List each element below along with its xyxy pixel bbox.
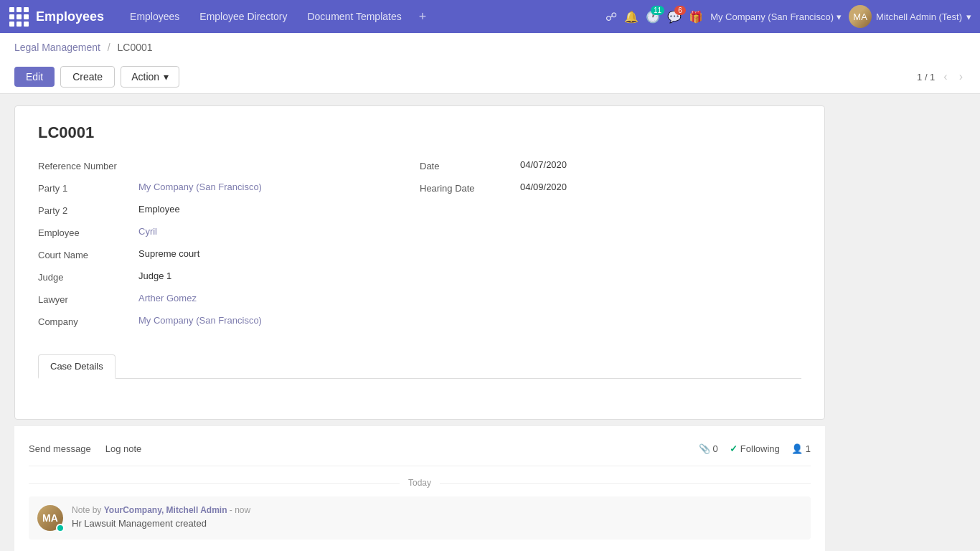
message-body: Note by YourCompany, Mitchell Admin - no… [72,505,802,531]
chatter: Send message Log note 📎 0 ✓ Following 👤 … [14,425,825,551]
log-note-button[interactable]: Log note [105,441,142,457]
app-title: Employees [36,9,104,24]
top-menu: Employees Employee Directory Document Te… [121,6,606,27]
clock-icon[interactable]: 🕐 11 [646,10,660,24]
message-text: Hr Lawsuit Management created [72,518,802,529]
action-button[interactable]: Action ▾ [121,66,179,88]
tab-case-details[interactable]: Case Details [38,354,116,379]
today-divider: Today [29,478,811,488]
clock-badge: 11 [651,6,664,15]
field-label-company: Company [38,315,138,327]
avatar: MA [849,5,872,28]
message-avatar: MA [37,505,63,531]
breadcrumb-current: LC0001 [118,42,153,53]
check-icon: ✓ [730,443,738,454]
field-employee: Employee Cyril [38,226,391,238]
toolbar: Edit Create Action ▾ 1 / 1 ‹ › [14,60,966,93]
create-button[interactable]: Create [60,66,115,88]
field-reference-number: Reference Number [38,159,391,171]
field-court-name: Court Name Supreme court [38,248,391,260]
paperclip-icon: 📎 [699,443,710,454]
prev-page-button[interactable]: ‹ [941,69,950,85]
field-date: Date 04/07/2020 [420,159,773,171]
follower-icon: 👤 [791,443,803,454]
company-selector[interactable]: My Company (San Francisco) ▾ [710,11,842,22]
action-dropdown-icon: ▾ [164,71,169,83]
field-value-hearing-date: 04/09/2020 [520,182,567,192]
bell-icon[interactable]: 🔔 [624,10,639,24]
field-label-date: Date [420,159,520,171]
main-content: LC0001 Reference Number Party 1 My Compa… [0,94,980,551]
pagination: 1 / 1 ‹ › [917,69,966,85]
top-navbar: Employees Employees Employee Directory D… [0,0,980,33]
fields-grid: Reference Number Party 1 My Company (San… [38,159,801,337]
field-value-date: 04/07/2020 [520,159,567,170]
user-menu[interactable]: MA Mitchell Admin (Test) ▾ [849,5,971,28]
breadcrumb-bar: Legal Management / LC0001 Edit Create Ac… [0,33,980,94]
send-message-button[interactable]: Send message [29,441,91,457]
tabs-bar: Case Details [38,354,801,379]
field-value-party1[interactable]: My Company (San Francisco) [138,182,262,192]
field-label-party2: Party 2 [38,204,138,216]
field-party1: Party 1 My Company (San Francisco) [38,182,391,194]
field-lawyer: Lawyer Arther Gomez [38,293,391,305]
chatter-right: 📎 0 ✓ Following 👤 1 [699,443,811,454]
apps-menu-icon[interactable] [9,6,29,27]
message-time: now [235,505,250,515]
field-company: Company My Company (San Francisco) [38,315,391,327]
follower-count: 👤 1 [791,443,811,454]
menu-employees[interactable]: Employees [121,6,188,27]
field-value-court-name: Supreme court [138,248,199,259]
menu-employee-directory[interactable]: Employee Directory [191,6,296,27]
chat-badge: 6 [674,6,686,15]
field-value-company[interactable]: My Company (San Francisco) [138,315,262,326]
fields-right: Date 04/07/2020 Hearing Date 04/09/2020 [420,159,801,337]
field-label-party1: Party 1 [38,182,138,194]
add-menu-icon[interactable]: + [413,6,433,27]
breadcrumb-separator: / [108,42,110,53]
field-label-hearing-date: Hearing Date [420,182,520,194]
breadcrumb-parent[interactable]: Legal Management [14,42,100,53]
fields-left: Reference Number Party 1 My Company (San… [38,159,420,337]
record-card: LC0001 Reference Number Party 1 My Compa… [14,105,825,420]
field-label-employee: Employee [38,226,138,238]
next-page-button[interactable]: › [956,69,966,85]
field-label-lawyer: Lawyer [38,293,138,305]
field-value-judge: Judge 1 [138,270,171,281]
field-value-employee[interactable]: Cyril [138,226,157,237]
record-title: LC0001 [38,123,801,142]
field-hearing-date: Hearing Date 04/09/2020 [420,182,773,194]
avatar-online-badge [56,524,65,532]
chatter-actions: Send message Log note 📎 0 ✓ Following 👤 … [29,441,811,466]
field-label-judge: Judge [38,270,138,283]
chat-icon[interactable]: 💬 6 [667,10,682,24]
message-item: MA Note by YourCompany, Mitchell Admin -… [29,496,811,540]
field-value-party2: Employee [138,204,180,215]
field-label-court-name: Court Name [38,248,138,260]
field-party2: Party 2 Employee [38,204,391,216]
field-label-reference-number: Reference Number [38,159,138,171]
message-author[interactable]: YourCompany, Mitchell Admin [104,505,227,515]
message-meta: Note by YourCompany, Mitchell Admin - no… [72,505,802,515]
star-icon[interactable]: ☍ [606,10,617,24]
topnav-right-actions: ☍ 🔔 🕐 11 💬 6 🎁 My Company (San Francisco… [606,5,971,28]
gift-icon[interactable]: 🎁 [689,10,703,24]
field-judge: Judge Judge 1 [38,270,391,283]
field-value-lawyer[interactable]: Arther Gomez [138,293,197,303]
following-button[interactable]: ✓ Following [730,443,780,454]
attachment-count: 📎 0 [699,443,718,454]
edit-button[interactable]: Edit [14,67,55,87]
breadcrumb: Legal Management / LC0001 [14,42,966,53]
menu-document-templates[interactable]: Document Templates [298,6,410,27]
